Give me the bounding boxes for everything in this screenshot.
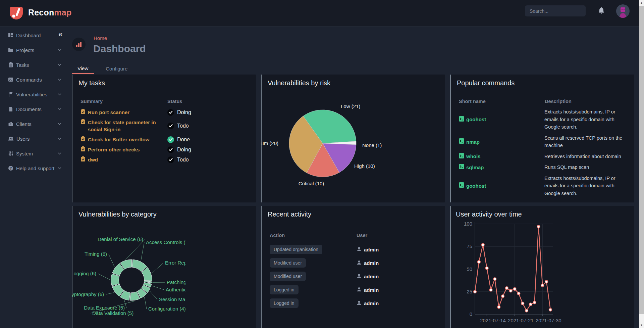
sidebar-item-tasks[interactable]: Tasks <box>0 57 71 72</box>
breadcrumb[interactable]: Home <box>94 35 107 41</box>
reconmap-logo-icon[interactable] <box>10 6 23 20</box>
status-check-icon <box>167 123 174 129</box>
task-clipboard-icon <box>80 109 86 116</box>
command-link[interactable]: goohost <box>466 116 486 122</box>
status-check-icon <box>167 146 174 153</box>
people-icon <box>8 136 14 141</box>
status-label: Doing <box>177 147 191 153</box>
svg-text:Data Validation (5): Data Validation (5) <box>92 310 133 316</box>
notifications-bell-icon[interactable] <box>597 7 605 16</box>
svg-text:0: 0 <box>470 311 472 317</box>
category-donut-chart: Access Controls (8)Error Reporting (7)Pa… <box>72 223 185 325</box>
svg-text:Cryptography (6): Cryptography (6) <box>72 291 104 297</box>
sidebar-item-projects[interactable]: Projects <box>0 43 71 57</box>
user-name: admin <box>364 287 379 293</box>
sidebar-item-dashboard[interactable]: Dashboard « <box>0 28 71 43</box>
status-label: Doing <box>177 109 191 115</box>
sidebar-item-label: Tasks <box>16 62 29 68</box>
chevron-down-icon <box>58 64 61 66</box>
popular-commands-card: Popular commands Short name Description … <box>450 75 634 202</box>
svg-text:75: 75 <box>467 243 472 249</box>
sidebar-item-label: Help and support <box>16 166 54 171</box>
action-badge[interactable]: Updated organisation <box>270 245 322 254</box>
user-activity-card: User activity over time 02550751002021-0… <box>450 206 634 328</box>
command-link[interactable]: sqlmap <box>466 165 484 170</box>
command-link[interactable]: goohost <box>466 183 486 189</box>
activity-list: Updated organisation admin Modified user… <box>270 245 437 308</box>
card-title: My tasks <box>78 79 105 87</box>
action-badge[interactable]: Logged in <box>270 285 299 294</box>
sidebar-item-system[interactable]: System <box>0 146 71 161</box>
column-header-summary: Summary <box>80 99 103 104</box>
column-header-status: Status <box>167 99 182 104</box>
sidebar-item-commands[interactable]: Commands <box>0 72 71 87</box>
command-description: Retrieves information about domain <box>544 153 626 160</box>
sidebar-item-documents[interactable]: Documents <box>0 102 71 116</box>
user-avatar[interactable] <box>616 4 630 18</box>
sidebar-item-vulnerabilities[interactable]: Vulnerabilities <box>0 87 71 102</box>
risk-pie-chart: Low (21)None (1)High (10)Critical (10)Me… <box>262 88 445 202</box>
sidebar-item-help-and-support[interactable]: ? Help and support <box>0 161 71 176</box>
sidebar-item-clients[interactable]: Clients <box>0 116 71 131</box>
svg-text:Medium (20): Medium (20) <box>262 140 278 146</box>
svg-text:50: 50 <box>467 266 472 272</box>
task-clipboard-icon <box>80 146 86 153</box>
svg-text:100: 100 <box>464 221 472 227</box>
tab-view[interactable]: View <box>72 63 94 74</box>
svg-text:25: 25 <box>467 289 472 294</box>
vulnerabilities-by-category-card: Vulnerabilities by category Access Contr… <box>72 206 256 328</box>
command-description: Extracts hosts/subdomains, IP or emails … <box>544 108 626 131</box>
sidebar-item-users[interactable]: Users <box>0 131 71 146</box>
action-badge[interactable]: Modified user <box>270 258 306 268</box>
sidebar-item-label: Vulnerabilities <box>16 92 47 97</box>
status-check-icon <box>167 156 174 163</box>
task-link[interactable]: Check for state parameter in social Sign… <box>88 119 163 133</box>
terminal-icon <box>8 77 13 82</box>
chevron-down-icon <box>58 108 61 110</box>
svg-text:Error Reporting (7): Error Reporting (7) <box>165 260 185 266</box>
task-link[interactable]: Perform other checks <box>88 146 140 153</box>
status-label: Todo <box>177 157 189 163</box>
task-link[interactable]: Check for Buffer overflow <box>88 136 149 143</box>
sidebar: Dashboard « Projects Tasks Commands Vuln… <box>0 26 71 176</box>
page-icon-circle <box>72 38 86 51</box>
user-name: admin <box>364 247 379 252</box>
action-badge[interactable]: Modified user <box>270 272 306 281</box>
svg-text:High (10): High (10) <box>354 163 375 169</box>
column-header-short-name: Short name <box>459 99 486 104</box>
table-row: goohost Extracts hosts/subdomains, IP or… <box>459 175 626 197</box>
search-input[interactable] <box>525 5 586 16</box>
svg-text:?: ? <box>10 167 12 170</box>
task-clipboard-icon <box>80 136 86 143</box>
command-link[interactable]: nmap <box>466 139 480 145</box>
vertical-scrollbar[interactable]: ▲ ▼ <box>639 0 644 328</box>
column-header-user: User <box>357 233 367 238</box>
table-row: whois Retrieves information about domain <box>459 153 626 160</box>
task-link[interactable]: Run port scanner <box>88 109 129 116</box>
sidebar-item-label: Projects <box>16 47 34 53</box>
tab-configure[interactable]: Configure <box>100 63 133 74</box>
svg-text:Configuration (4): Configuration (4) <box>148 306 185 312</box>
scroll-down-icon[interactable]: ▼ <box>639 322 644 328</box>
action-badge[interactable]: Logged in <box>270 298 299 308</box>
task-list: Run port scanner Doing Check for state p… <box>80 109 250 163</box>
sliders-icon <box>8 151 13 156</box>
scrollbar-thumb[interactable] <box>639 6 644 314</box>
column-header-action: Action <box>270 233 285 238</box>
user-icon <box>357 273 362 280</box>
svg-text:Patching (1): Patching (1) <box>167 279 185 285</box>
scroll-up-icon[interactable]: ▲ <box>639 0 644 6</box>
page-title: Dashboard <box>93 43 146 54</box>
table-row: Check for Buffer overflow Done <box>80 136 250 143</box>
file-icon <box>8 106 13 112</box>
svg-text:Data Exposure (5): Data Exposure (5) <box>84 305 125 311</box>
terminal-icon <box>459 182 464 189</box>
task-link[interactable]: dwd <box>88 156 98 163</box>
vulnerabilities-by-risk-card: Vulnerabilities by risk Low (21)None (1)… <box>261 75 445 202</box>
sidebar-collapse-button[interactable]: « <box>58 30 62 39</box>
user-name: admin <box>364 260 379 266</box>
folder-icon <box>8 47 13 53</box>
command-link[interactable]: whois <box>466 153 481 159</box>
card-title: Vulnerabilities by risk <box>268 79 330 87</box>
user-icon <box>357 246 362 253</box>
